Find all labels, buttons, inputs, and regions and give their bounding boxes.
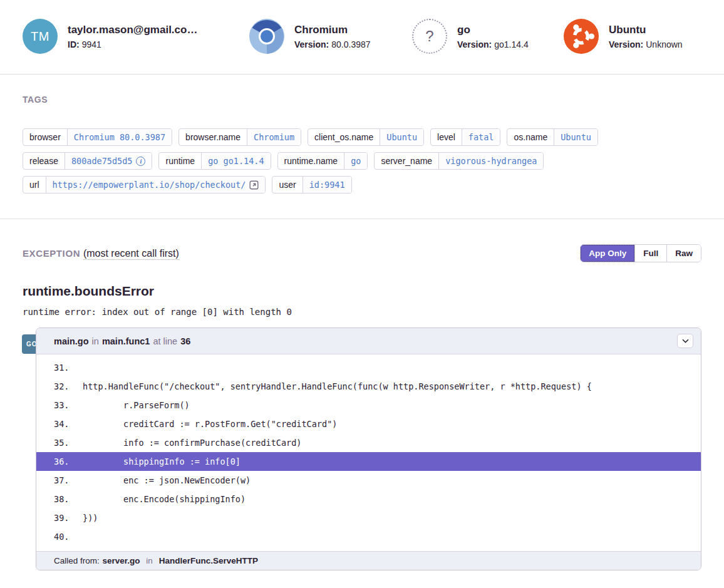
exception-heading-note: (most recent call first) (83, 248, 179, 260)
tag-key: client_os.name (308, 129, 380, 145)
stack-frame: GO main.go in main.func1 at line 36 31. … (23, 328, 701, 570)
code-line: 38. enc.Encode(shippingInfo) (36, 490, 701, 508)
error-message: runtime error: index out of range [0] wi… (23, 307, 701, 317)
context-runtime: ? go Version:go1.14.4 (412, 19, 564, 54)
runtime-version-label: Version: (457, 39, 492, 49)
browser-name: Chromium (294, 24, 371, 36)
context-browser: Chromium Version:80.0.3987 (249, 19, 412, 54)
tag-key: release (23, 153, 65, 169)
stacktrace-view-toggle: App Only Full Raw (580, 244, 701, 262)
code-line: 33. r.ParseForm() (36, 396, 701, 415)
code-line: 40. (36, 527, 701, 546)
info-icon[interactable]: i (136, 157, 145, 166)
error-type: runtime.boundsError (23, 284, 701, 299)
code-context: 31. 32.http.HandleFunc("/checkout", sent… (36, 354, 701, 551)
app-only-button[interactable]: App Only (581, 245, 634, 262)
code-line: 35. info := confirmPurchase(creditCard) (36, 433, 701, 452)
code-line: 31. (36, 358, 701, 377)
exception-heading: EXCEPTION (most recent call first) (23, 248, 179, 259)
os-name: Ubuntu (609, 24, 683, 36)
user-id-label: ID: (68, 39, 80, 49)
os-version-label: Version: (609, 39, 643, 49)
frame-filename: main.go (54, 336, 89, 346)
full-button[interactable]: Full (634, 245, 666, 262)
tag-value-link[interactable]: vigorous-hydrangea (438, 153, 543, 169)
exception-section: EXCEPTION (most recent call first) App O… (0, 219, 724, 588)
tag-pill-server-name: server_name vigorous-hydrangea (374, 152, 544, 170)
os-version-value: Unknown (646, 39, 682, 49)
tag-pill-level: level fatal (430, 128, 500, 146)
tags-heading: TAGS (23, 95, 701, 105)
code-line: 32.http.HandleFunc("/checkout", sentryHa… (36, 377, 701, 396)
tag-pill-os-name: os.name Ubuntu (507, 128, 597, 146)
code-line: 39.})) (36, 508, 701, 527)
tag-key: level (431, 129, 462, 145)
tag-pill-url: url https://empowerplant.io/shop/checkou… (23, 176, 266, 193)
tag-key: server_name (375, 153, 438, 169)
code-line: 34. creditCard := r.PostForm.Get("credit… (36, 415, 701, 433)
tag-key: os.name (507, 129, 554, 145)
runtime-name: go (457, 24, 529, 36)
context-user: TM taylor.mason@gmail.co… ID:9941 (23, 19, 249, 54)
code-line-highlighted: 36. shippingInfo := info[0] (36, 452, 701, 471)
browser-version-label: Version: (294, 39, 329, 49)
footer-function: HandlerFunc.ServeHTTP (159, 556, 258, 565)
frame-function: main.func1 (102, 336, 150, 346)
tag-value-link[interactable]: https://empowerplant.io/shop/checkout/ (46, 177, 266, 193)
tag-pill-runtime: runtime go go1.14.4 (158, 152, 271, 170)
tag-key: url (23, 177, 46, 193)
code-line: 37. enc := json.NewEncoder(w) (36, 471, 701, 490)
tag-key: runtime (159, 153, 201, 169)
raw-button[interactable]: Raw (666, 245, 701, 262)
tag-key: browser.name (179, 129, 247, 145)
frame-footer: Called from: server.go in HandlerFunc.Se… (36, 551, 701, 570)
user-avatar: TM (23, 19, 58, 54)
user-id-value: 9941 (82, 39, 101, 49)
tag-value-link[interactable]: id:9941 (303, 177, 351, 193)
tag-pill-browser: browser Chromium 80.0.3987 (23, 128, 172, 146)
tag-value-link[interactable]: go (344, 153, 367, 169)
tag-value-link[interactable]: Ubuntu (380, 129, 423, 145)
ubuntu-icon (564, 19, 599, 54)
frame-line-number: 36 (180, 336, 190, 346)
tag-pill-client-os-name: client_os.name Ubuntu (308, 128, 424, 146)
external-link-icon[interactable] (249, 180, 259, 190)
tag-value-link[interactable]: fatal (462, 129, 500, 145)
browser-version-value: 80.0.3987 (331, 39, 370, 49)
tag-key: browser (23, 129, 67, 145)
chromium-icon (249, 19, 284, 54)
context-header: TM taylor.mason@gmail.co… ID:9941 Chromi… (0, 0, 724, 75)
frame-header[interactable]: main.go in main.func1 at line 36 (36, 328, 701, 354)
tag-pill-release: release 800ade75d5d5 i (23, 152, 152, 170)
tag-key: user (272, 177, 302, 193)
tag-pill-browser-name: browser.name Chromium (178, 128, 301, 146)
tags-list: browser Chromium 80.0.3987 browser.name … (23, 128, 701, 193)
tags-section: TAGS browser Chromium 80.0.3987 browser.… (0, 75, 724, 219)
unknown-runtime-icon: ? (412, 19, 447, 54)
tag-value-link[interactable]: Ubuntu (554, 129, 597, 145)
tag-pill-runtime-name: runtime.name go (277, 152, 368, 170)
footer-filename: server.go (103, 556, 140, 565)
context-os: Ubuntu Version:Unknown (564, 19, 683, 54)
tag-value-link[interactable]: Chromium (247, 129, 301, 145)
tag-value-link[interactable]: go go1.14.4 (201, 153, 270, 169)
tag-key: runtime.name (278, 153, 344, 169)
tag-value-link[interactable]: 800ade75d5d5 i (65, 153, 152, 169)
tag-value-link[interactable]: Chromium 80.0.3987 (67, 129, 172, 145)
runtime-version-value: go1.14.4 (494, 39, 529, 49)
chevron-down-icon[interactable] (677, 334, 693, 348)
user-email: taylor.mason@gmail.co… (68, 24, 197, 36)
tag-pill-user: user id:9941 (272, 176, 351, 193)
